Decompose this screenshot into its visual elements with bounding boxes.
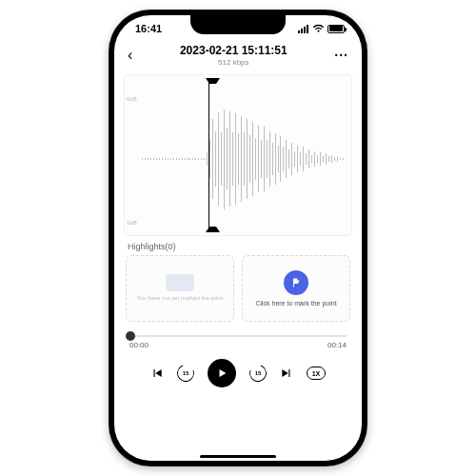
phone-frame: 16:41 ‹ 2023-02-21 15:11:51 512 kbps ···…	[109, 10, 367, 466]
mark-flag-icon[interactable]	[284, 270, 308, 295]
wave-ylabel-bottom: 0dB	[127, 220, 137, 226]
page-subtitle: 512 kbps	[180, 58, 288, 67]
playback-controls: 15 15 1X	[114, 349, 362, 391]
forward-15-button[interactable]: 15	[249, 365, 267, 382]
home-indicator[interactable]	[200, 455, 276, 458]
battery-icon	[327, 25, 345, 33]
empty-highlights-card: You have not yet marked the point	[126, 255, 234, 322]
time-total: 00:14	[327, 341, 347, 349]
nav-bar: ‹ 2023-02-21 15:11:51 512 kbps ···	[114, 42, 362, 67]
highlights-label: Highlights(0)	[128, 242, 348, 251]
more-button[interactable]: ···	[334, 48, 348, 63]
notch	[190, 15, 286, 34]
highlight-cards: You have not yet marked the point Click …	[114, 255, 362, 322]
rewind-15-button[interactable]: 15	[177, 365, 194, 382]
wifi-icon	[312, 24, 325, 33]
status-indicators	[298, 24, 345, 33]
mark-point-text: Click here to mark the point	[255, 300, 336, 307]
speed-button[interactable]: 1X	[307, 367, 326, 380]
page-title: 2023-02-21 15:11:51	[180, 44, 288, 57]
empty-highlights-text: You have not yet marked the point	[137, 295, 224, 303]
back-button[interactable]: ‹	[128, 47, 132, 64]
playhead-icon[interactable]	[208, 79, 209, 231]
screen: 16:41 ‹ 2023-02-21 15:11:51 512 kbps ···…	[114, 15, 362, 461]
progress-area: 00:00 00:14	[114, 322, 362, 349]
cell-signal-icon	[298, 25, 309, 33]
mark-point-card[interactable]: Click here to mark the point	[242, 255, 350, 322]
waveform-panel[interactable]: 0dB 0dB	[124, 74, 352, 236]
progress-thumb-icon[interactable]	[126, 331, 135, 341]
time-current: 00:00	[129, 341, 149, 349]
wave-ylabel-top: 0dB	[127, 96, 137, 102]
next-track-button[interactable]	[280, 367, 293, 380]
progress-slider[interactable]	[129, 335, 347, 337]
prev-track-button[interactable]	[150, 367, 164, 380]
empty-illustration-icon	[166, 274, 194, 291]
waveform-bars	[142, 92, 346, 226]
status-time: 16:41	[135, 23, 162, 34]
play-button[interactable]	[208, 359, 236, 387]
